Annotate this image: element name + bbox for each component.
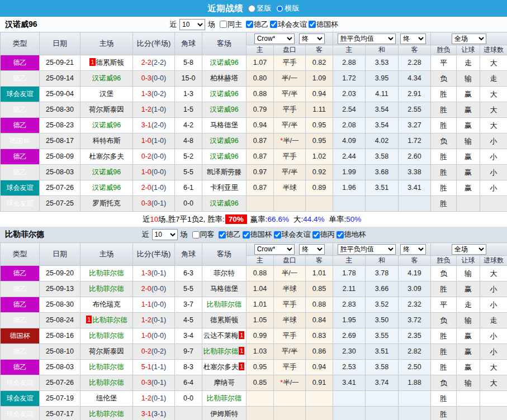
league-filter-option[interactable]: 球会友谊 (272, 230, 311, 240)
team-name[interactable]: 比勒菲尔德 (89, 285, 124, 293)
recent-count-select[interactable]: 10 (179, 19, 205, 30)
team-name[interactable]: 汉诺威96 (210, 137, 238, 145)
odds-away-cell: 1.02 (306, 149, 333, 165)
league-checkbox[interactable] (270, 21, 277, 28)
col-avg-draw: 和 (366, 45, 399, 55)
result-goals-cell: 小 (480, 133, 507, 149)
odds-group-header: Crow* 终 (247, 32, 333, 45)
result-goals-cell: 大 (480, 375, 507, 391)
team-name[interactable]: 汉诺威96 (210, 152, 238, 160)
league-checkbox[interactable] (337, 231, 344, 238)
scope-select[interactable]: 全场 (452, 34, 486, 44)
league-checkbox[interactable] (243, 231, 250, 238)
record-summary: 近10场,胜7平1负2, 胜率: 70% 赢率:66.6% 大:44.4% 单率… (0, 212, 507, 227)
avg-away-cell: 2.50 (399, 360, 431, 375)
league-checkbox[interactable] (246, 21, 253, 28)
fulltime-score: 1-3 (141, 90, 151, 98)
corner-score-cell: 5-5 (175, 281, 202, 297)
wdl-time-select[interactable]: 终 (400, 34, 426, 44)
team-name[interactable]: 德累斯顿 (210, 316, 238, 324)
corner-score-cell: 3-7 (175, 297, 202, 313)
team-name[interactable]: 比勒菲尔德 (207, 300, 242, 308)
odds-time-select[interactable]: 终 (299, 34, 325, 44)
league-filter-option[interactable]: 球会友谊 (268, 20, 307, 30)
team-name[interactable]: 比勒菲尔德 (89, 379, 124, 386)
team-name[interactable]: 比勒菲尔德 (92, 316, 127, 324)
layout-horizontal-option[interactable]: 横版 (276, 3, 300, 13)
team-name[interactable]: 罗斯托克 (93, 199, 121, 207)
team-name[interactable]: 比勒菲尔德 (203, 347, 239, 355)
same-venue-option[interactable]: 同客 (191, 230, 215, 240)
odds-time-select[interactable]: 终 (299, 244, 325, 255)
away-team-cell: 云达不莱梅1 (202, 328, 247, 344)
scope-select[interactable]: 全场 (452, 244, 486, 255)
layout-vertical-option[interactable]: 竖版 (248, 3, 272, 13)
handicap-cell (274, 407, 306, 420)
team-name[interactable]: 云达不莱梅 (203, 332, 239, 340)
handicap-cell: *半/一 (274, 375, 306, 391)
team-name[interactable]: 伊姆斯特 (210, 410, 238, 418)
team-name[interactable]: 比勒菲尔德 (89, 410, 124, 418)
horizontal-radio[interactable] (276, 5, 283, 12)
same-venue-checkbox[interactable] (192, 231, 200, 238)
league-filter-option[interactable]: 德乙 (244, 20, 268, 30)
avg-away-cell (399, 196, 431, 212)
team-name[interactable]: 杜塞尔多夫 (89, 152, 124, 160)
odds-home-cell: 0.87 (247, 180, 274, 196)
away-team-cell: 汉诺威96 (202, 149, 247, 165)
league-filter-option[interactable]: 德国杯 (241, 230, 272, 240)
team-name[interactable]: 汉诺威96 (92, 184, 121, 192)
team-name[interactable]: 卡利亚里 (210, 184, 238, 192)
team-name[interactable]: 汉诺威96 (92, 74, 121, 82)
same-venue-checkbox[interactable] (220, 21, 227, 28)
team-name[interactable]: 摩纳哥 (214, 379, 235, 386)
team-name[interactable]: 汉诺威96 (210, 59, 238, 66)
team-name[interactable]: 科特布斯 (93, 137, 121, 145)
team-section-header-1: 汉诺威96 近 10 场 同主 德乙球会友谊德国杯 (0, 17, 507, 32)
league-filter-option[interactable]: 德乙 (217, 230, 241, 240)
result-goals-cell (480, 391, 507, 407)
team-name[interactable]: 马格德堡 (210, 121, 238, 129)
odds-away-cell: 1.01 (306, 266, 333, 281)
team-name[interactable]: 荷尔斯泰因 (89, 106, 124, 113)
league-checkbox[interactable] (274, 231, 281, 238)
home-team-cell: 汉诺威96 (80, 180, 133, 196)
team-name[interactable]: 汉诺威96 (210, 90, 238, 98)
odds-company-select[interactable]: Crow* (254, 244, 295, 255)
league-filter-option[interactable]: 德地杯 (335, 230, 366, 240)
team-name[interactable]: 凯泽斯劳滕 (207, 168, 242, 176)
league-checkbox[interactable] (312, 231, 320, 238)
team-name[interactable]: 纽伦堡 (96, 394, 117, 402)
odds-home-cell (247, 196, 274, 212)
same-venue-option[interactable]: 同主 (218, 20, 242, 30)
recent-count-select[interactable]: 10 (152, 229, 178, 240)
team-name[interactable]: 柏林赫塔 (210, 74, 238, 82)
team-name[interactable]: 杜塞尔多夫 (203, 363, 239, 371)
league-checkbox[interactable] (309, 21, 316, 28)
league-filter-option[interactable]: 德国杯 (307, 20, 338, 30)
team-name[interactable]: 汉诺威96 (92, 168, 121, 176)
wdl-time-select[interactable]: 终 (400, 244, 426, 255)
league-checkbox[interactable] (219, 231, 226, 238)
team-name[interactable]: 比勒菲尔德 (207, 394, 242, 402)
odds-company-select[interactable]: Crow* (254, 34, 295, 44)
team-name[interactable]: 比勒菲尔德 (89, 332, 124, 340)
league-filter-option[interactable]: 德丙 (311, 230, 335, 240)
result-wdl-cell: 胜 (431, 149, 457, 165)
team-name[interactable]: 菲尔特 (214, 269, 235, 277)
wdl-type-select[interactable]: 胜平负均值 (338, 244, 396, 255)
team-name[interactable]: 汉诺威96 (92, 121, 121, 129)
vertical-radio[interactable] (248, 5, 255, 12)
team-name[interactable]: 荷尔斯泰因 (89, 347, 124, 355)
col-score: 比分(半场) (133, 32, 175, 55)
team-name[interactable]: 汉诺威96 (210, 199, 238, 207)
team-name[interactable]: 德累斯顿 (96, 59, 124, 66)
team-name[interactable]: 汉诺威96 (210, 106, 238, 113)
team-name[interactable]: 汉堡 (99, 90, 113, 98)
team-name[interactable]: 马格德堡 (210, 285, 238, 293)
team-name[interactable]: 比勒菲尔德 (89, 363, 124, 371)
result-handicap-cell: 输 (457, 71, 480, 87)
team-name[interactable]: 布伦瑞克 (93, 300, 121, 308)
team-name[interactable]: 比勒菲尔德 (89, 269, 124, 277)
wdl-type-select[interactable]: 胜平负均值 (338, 34, 396, 44)
